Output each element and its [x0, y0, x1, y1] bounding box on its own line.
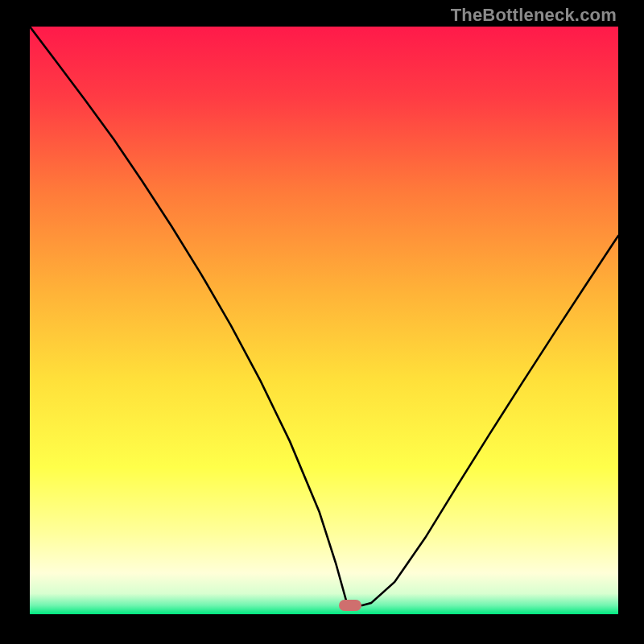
plot-area — [30, 27, 618, 614]
chart-container: TheBottleneck.com — [0, 0, 644, 644]
attribution-text: TheBottleneck.com — [451, 5, 617, 26]
bottleneck-curve — [30, 27, 618, 614]
optimum-marker — [339, 600, 361, 611]
